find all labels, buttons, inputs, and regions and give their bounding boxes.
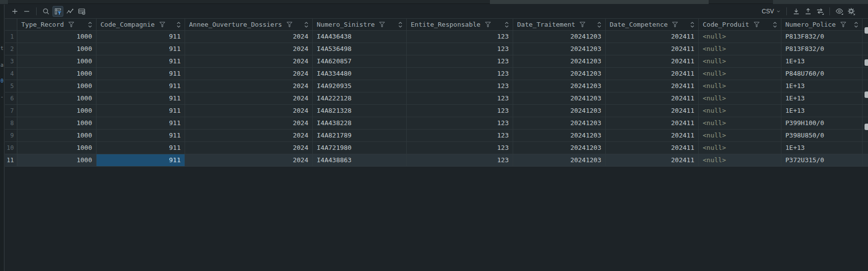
column-header-numero_police[interactable]: Numero_Police [781,19,863,30]
row-number[interactable]: 3 [5,55,17,67]
table-cell[interactable]: 1000 [17,80,96,92]
table-cell[interactable]: I4A721980 [313,142,407,154]
table-cell[interactable]: 202411 [606,43,699,55]
table-cell[interactable]: 20241203 [513,80,606,92]
table-cell[interactable]: 20241203 [513,117,606,129]
column-sort-button[interactable] [505,22,509,28]
import-upload-button[interactable] [803,6,814,17]
table-cell[interactable]: 1000 [17,68,96,80]
table-cell[interactable]: 2024 [185,55,313,67]
table-cell[interactable]: 123 [407,92,513,104]
table-cell[interactable]: 20241203 [513,142,606,154]
table-cell[interactable]: 2024 [185,92,313,104]
table-cell[interactable]: 1000 [17,43,96,55]
table-cell[interactable]: 911 [96,31,185,43]
table-cell[interactable]: 20241203 [513,43,606,55]
table-cell[interactable]: 2024 [185,80,313,92]
table-cell[interactable]: 1E+13 [781,142,863,154]
table-cell[interactable]: 123 [407,142,513,154]
table-cell[interactable]: 1000 [17,55,96,67]
table-cell[interactable]: 911 [96,43,185,55]
table-cell[interactable]: 911 [96,92,185,104]
table-cell[interactable]: 123 [407,55,513,67]
table-cell[interactable]: 123 [407,80,513,92]
row-number[interactable]: 1 [5,31,17,43]
table-cell[interactable]: I4A436438 [313,31,407,43]
table-cell[interactable]: 20241203 [513,68,606,80]
table-cell[interactable]: 202411 [606,117,699,129]
table-cell[interactable]: <null> [699,43,781,55]
column-header-numero_sinistre[interactable]: Numero_Sinistre [313,19,407,30]
column-header-date_competence[interactable]: Date_Competence [606,19,699,30]
row-number[interactable]: 11 [5,154,17,166]
add-row-button[interactable] [9,6,20,17]
table-cell[interactable]: I4A620857 [313,55,407,67]
table-cell[interactable]: 20241203 [513,105,606,117]
table-cell[interactable]: P848U760/0 [781,68,863,80]
table-cell[interactable]: 1E+13 [781,92,863,104]
column-sort-button[interactable] [177,22,181,28]
table-cell[interactable]: <null> [699,142,781,154]
table-cell[interactable]: 2024 [185,142,313,154]
table-cell[interactable]: 123 [407,130,513,141]
row-number[interactable]: 9 [5,130,17,141]
table-cell[interactable]: P813F832/0 [781,43,863,55]
table-cell[interactable]: <null> [699,117,781,129]
column-sort-button[interactable] [597,22,601,28]
table-cell[interactable]: 20241203 [513,154,606,166]
row-number[interactable]: 6 [5,92,17,104]
table-cell[interactable]: 911 [96,55,185,67]
table-cell[interactable]: I4A334480 [313,68,407,80]
row-number[interactable]: 8 [5,117,17,129]
table-cell[interactable]: 202411 [606,92,699,104]
column-filter-button[interactable] [672,22,678,27]
transpose-button[interactable] [815,6,825,17]
view-options-button[interactable] [76,6,87,17]
delete-row-button[interactable] [21,6,32,17]
table-cell[interactable]: 2024 [185,68,313,80]
table-cell[interactable]: <null> [699,154,781,166]
row-number-header[interactable] [5,19,17,30]
table-cell[interactable]: I4A438863 [313,154,407,166]
table-cell[interactable]: 911 [96,105,185,117]
column-filter-button[interactable] [485,22,491,27]
table-cell[interactable]: 202411 [606,105,699,117]
table-cell[interactable]: 123 [407,117,513,129]
table-cell[interactable]: 20241203 [513,92,606,104]
table-cell[interactable]: P372U315/0 [781,154,863,166]
column-sort-button[interactable] [304,22,308,28]
table-cell[interactable]: 1000 [17,142,96,154]
table-cell[interactable]: 20241203 [513,31,606,43]
row-number[interactable]: 7 [5,105,17,117]
table-cell[interactable]: 1E+13 [781,55,863,67]
table-cell[interactable]: <null> [699,130,781,141]
column-filter-button[interactable] [840,22,846,27]
table-cell[interactable]: 1000 [17,105,96,117]
table-cell[interactable]: 2024 [185,154,313,166]
table-cell[interactable]: 202411 [606,55,699,67]
table-cell[interactable]: P813F832/0 [781,31,863,43]
table-cell[interactable]: 202411 [606,68,699,80]
table-cell[interactable]: 911 [96,142,185,154]
table-cell[interactable]: 1000 [17,154,96,166]
column-header-date_traitement[interactable]: Date_Traitement [513,19,606,30]
column-filter-button[interactable] [379,22,385,27]
table-cell[interactable]: 20241203 [513,55,606,67]
column-filter-button[interactable] [68,22,74,27]
column-sort-button[interactable] [854,22,858,28]
table-cell[interactable]: I4A438228 [313,117,407,129]
table-cell[interactable]: 911 [96,154,185,166]
table-cell[interactable]: 20241203 [513,130,606,141]
column-sort-button[interactable] [773,22,777,28]
table-cell[interactable]: I4A821328 [313,105,407,117]
table-cell[interactable]: 123 [407,31,513,43]
table-cell[interactable]: 2024 [185,43,313,55]
row-number[interactable]: 2 [5,43,17,55]
table-cell[interactable]: 1000 [17,92,96,104]
table-cell[interactable]: 123 [407,43,513,55]
table-cell[interactable]: P398U850/0 [781,130,863,141]
table-cell[interactable]: 2024 [185,130,313,141]
column-filter-button[interactable] [287,22,292,27]
table-cell[interactable]: 123 [407,68,513,80]
table-cell[interactable]: 202411 [606,154,699,166]
